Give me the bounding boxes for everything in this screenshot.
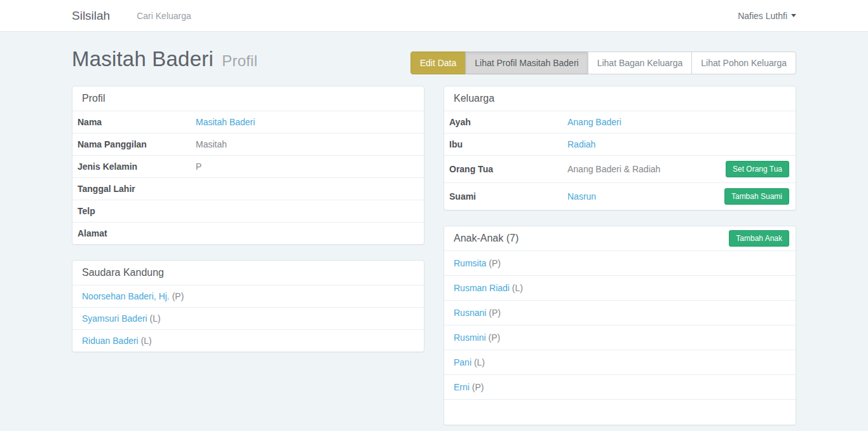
table-row: Ibu Radiah [444, 133, 796, 156]
tambah-suami-button[interactable]: Tambah Suami [724, 188, 789, 205]
user-name: Nafies Luthfi [738, 11, 787, 21]
list-item: Riduan Baderi (L) [72, 329, 424, 352]
saudara-panel-title: Saudara Kandung [72, 261, 424, 285]
person-link[interactable]: Rusnani [454, 308, 486, 318]
table-row: Nama Masitah Baderi [72, 111, 424, 133]
field-label-nama: Nama [72, 111, 191, 133]
anak-panel-title: Anak-Anak (7) [454, 233, 519, 244]
anak-anak-panel: Anak-Anak (7) Tambah Anak Rumsita (P) Ru… [444, 226, 796, 425]
person-link[interactable]: Nasrun [567, 191, 596, 202]
user-dropdown[interactable]: Nafies Luthfi [738, 11, 796, 21]
gender-tag: (P) [488, 332, 500, 343]
gender-tag: (L) [512, 283, 523, 293]
lihat-profil-button[interactable]: Lihat Profil Masitah Baderi [465, 51, 588, 74]
gender-tag: (L) [141, 336, 152, 346]
table-row: Telp [72, 200, 424, 222]
person-link[interactable]: Radiah [567, 139, 595, 149]
person-link[interactable]: Anang Baderi [567, 117, 621, 127]
person-name-title: Masitah Baderi [72, 47, 214, 71]
table-row: Alamat [72, 222, 424, 245]
table-row: Orang Tua Anang Baderi & Radiah Set Oran… [444, 156, 796, 183]
field-value: Anang Baderi & Radiah [562, 156, 696, 183]
set-orang-tua-button[interactable]: Set Orang Tua [726, 161, 789, 177]
list-item: Rusmini (P) [444, 325, 796, 350]
list-item: Rumsita (P) [444, 250, 796, 275]
gender-tag: (P) [472, 382, 484, 392]
keluarga-panel: Keluarga Ayah Anang Baderi Ibu Radiah Or… [444, 86, 796, 210]
field-label-jenis-kelamin: Jenis Kelamin [72, 156, 191, 178]
page-subtitle: Profil [222, 52, 257, 69]
list-item [444, 399, 796, 425]
person-link[interactable]: Rusmini [454, 332, 486, 343]
profile-actions-group: Edit Data Lihat Profil Masitah Baderi Li… [410, 51, 796, 74]
page-header: Masitah Baderi Profil Edit Data Lihat Pr… [72, 47, 796, 74]
table-row: Jenis Kelamin P [72, 156, 424, 178]
field-label-alamat: Alamat [72, 222, 191, 245]
lihat-pohon-button[interactable]: Lihat Pohon Keluarga [691, 51, 796, 74]
gender-tag: (P) [172, 291, 184, 301]
edit-data-button[interactable]: Edit Data [410, 51, 466, 74]
table-row: Nama Panggilan Masitah [72, 133, 424, 156]
list-item: Erni (P) [444, 374, 796, 399]
gender-tag: (P) [489, 258, 501, 268]
list-item: Rusman Riadi (L) [444, 275, 796, 300]
field-label-telp: Telp [72, 200, 191, 222]
gender-tag: (L) [474, 357, 485, 367]
field-label-ayah: Ayah [444, 111, 562, 133]
field-label-suami: Suami [444, 183, 562, 210]
app-brand[interactable]: Silsilah [72, 9, 110, 23]
table-row: Suami Nasrun Tambah Suami [444, 183, 796, 210]
page-title: Masitah Baderi Profil [72, 47, 257, 71]
field-label-tanggal-lahir: Tanggal Lahir [72, 178, 191, 200]
list-item: Pani (L) [444, 350, 796, 374]
person-link[interactable]: Syamsuri Baderi [82, 313, 147, 324]
table-row: Tanggal Lahir [72, 178, 424, 200]
gender-tag: (L) [150, 313, 161, 324]
person-link[interactable]: Noorsehan Baderi, Hj. [82, 291, 170, 301]
field-label-nama-panggilan: Nama Panggilan [72, 133, 191, 156]
list-item: Syamsuri Baderi (L) [72, 307, 424, 329]
field-value: P [191, 156, 424, 178]
list-item: Noorsehan Baderi, Hj. (P) [72, 285, 424, 307]
person-link[interactable]: Pani [454, 357, 471, 367]
profil-panel-title: Profil [72, 86, 424, 111]
navbar: Silsilah Cari Keluarga Nafies Luthfi [0, 0, 868, 32]
field-label-orang-tua: Orang Tua [444, 156, 562, 183]
person-link[interactable]: Rusman Riadi [454, 283, 510, 293]
person-link[interactable]: Masitah Baderi [196, 117, 255, 127]
table-row: Ayah Anang Baderi [444, 111, 796, 133]
field-value [191, 222, 424, 245]
person-link[interactable]: Rumsita [454, 258, 486, 268]
gender-tag: (P) [489, 308, 501, 318]
field-value [191, 200, 424, 222]
tambah-anak-button[interactable]: Tambah Anak [729, 230, 789, 247]
person-link[interactable]: Riduan Baderi [82, 336, 139, 346]
keluarga-panel-title: Keluarga [444, 86, 796, 111]
profil-panel: Profil Nama Masitah Baderi Nama Panggila… [72, 86, 424, 245]
field-value [191, 178, 424, 200]
list-item: Rusnani (P) [444, 300, 796, 325]
field-label-ibu: Ibu [444, 133, 562, 156]
lihat-bagan-button[interactable]: Lihat Bagan Keluarga [588, 51, 693, 74]
chevron-down-icon [791, 14, 796, 17]
nav-item-cari-keluarga[interactable]: Cari Keluarga [137, 11, 191, 21]
field-value: Masitah [191, 133, 424, 156]
person-link[interactable]: Erni [454, 382, 470, 392]
saudara-kandung-panel: Saudara Kandung Noorsehan Baderi, Hj. (P… [72, 260, 424, 352]
